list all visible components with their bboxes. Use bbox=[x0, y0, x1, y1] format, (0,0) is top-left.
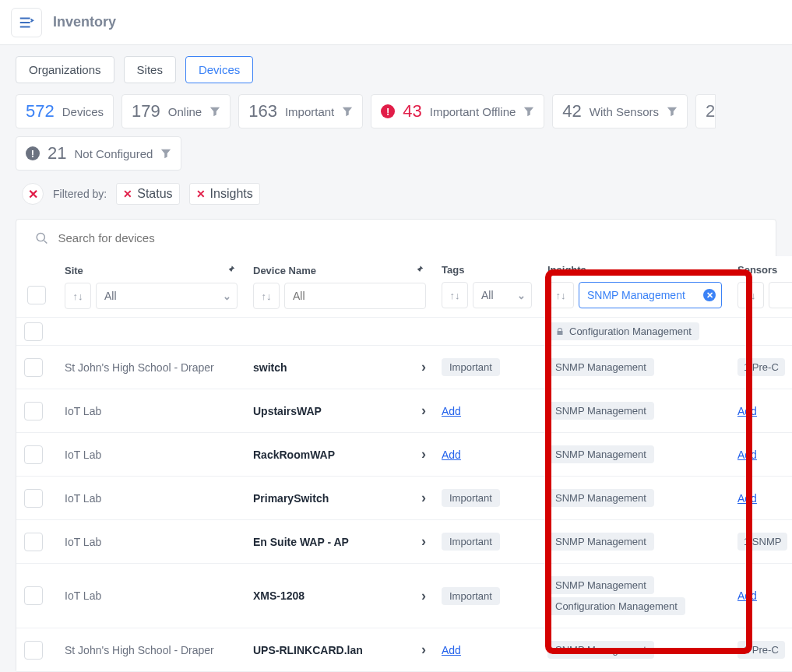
sort-site-button[interactable]: ↑↓ bbox=[65, 283, 91, 309]
chevron-right-icon[interactable]: › bbox=[421, 446, 426, 463]
tags-filter-select[interactable]: All bbox=[473, 282, 532, 308]
sensor-pill[interactable]: 1 SNMP bbox=[737, 533, 787, 551]
add-sensor-link[interactable]: Add bbox=[737, 589, 757, 602]
insight-pill[interactable]: Configuration Management bbox=[547, 322, 699, 340]
sensors-filter-select[interactable] bbox=[769, 282, 792, 308]
tab-devices[interactable]: Devices bbox=[185, 56, 253, 83]
stat-card-important[interactable]: 163 Important bbox=[238, 94, 363, 128]
row-checkbox[interactable] bbox=[24, 489, 43, 508]
tag-pill[interactable]: Important bbox=[442, 533, 500, 551]
stat-label: Devices bbox=[62, 105, 104, 118]
menu-icon bbox=[18, 14, 35, 31]
tab-organizations[interactable]: Organizations bbox=[16, 56, 114, 83]
search-icon bbox=[35, 231, 48, 245]
insight-pill[interactable]: SNMP Management bbox=[547, 576, 654, 594]
header: Inventory bbox=[0, 0, 792, 45]
row-checkbox[interactable] bbox=[24, 322, 43, 341]
site-filter-select[interactable]: All bbox=[96, 283, 238, 309]
insight-pill[interactable]: SNMP Management bbox=[547, 358, 654, 376]
add-tag-link[interactable]: Add bbox=[442, 449, 461, 461]
insight-pill[interactable]: SNMP Management bbox=[547, 445, 654, 463]
stat-card-with-sensors[interactable]: 42 With Sensors bbox=[552, 94, 688, 128]
device-name-label: UPS-RLINKCARD.lan bbox=[253, 644, 363, 656]
clear-all-filters-button[interactable]: ✕ bbox=[22, 183, 44, 205]
select-all-checkbox[interactable] bbox=[27, 286, 46, 304]
stat-card-not-configured[interactable]: ! 21 Not Configured bbox=[16, 136, 181, 171]
site-cell[interactable]: St John's High School - Draper bbox=[65, 644, 214, 656]
tag-pill[interactable]: Important bbox=[442, 587, 500, 605]
row-checkbox[interactable] bbox=[24, 402, 43, 420]
filter-icon bbox=[342, 106, 353, 117]
stat-label: Not Configured bbox=[74, 147, 153, 160]
insight-pill[interactable]: Configuration Management bbox=[547, 597, 685, 615]
chevron-right-icon[interactable]: › bbox=[421, 642, 426, 658]
menu-toggle-button[interactable] bbox=[11, 8, 42, 37]
device-cell[interactable]: PrimarySwitch› bbox=[253, 490, 426, 506]
column-header-sensors: Sensors bbox=[737, 264, 777, 276]
insight-label: SNMP Management bbox=[555, 449, 646, 460]
device-table: Site ↑↓ All ⌄ bbox=[16, 219, 776, 672]
tag-pill[interactable]: Important bbox=[442, 358, 500, 376]
site-cell[interactable]: IoT Lab bbox=[65, 536, 101, 548]
insight-label: SNMP Management bbox=[555, 492, 646, 504]
sort-sensors-button[interactable]: ↑↓ bbox=[737, 282, 764, 308]
device-cell[interactable]: UpstairsWAP› bbox=[253, 403, 426, 419]
row-checkbox[interactable] bbox=[24, 445, 43, 464]
filter-chip-status[interactable]: ✕ Status bbox=[116, 183, 179, 205]
th-insights: Insights ↑↓ ✕ bbox=[540, 256, 730, 318]
column-header-site: Site bbox=[65, 265, 83, 276]
device-cell[interactable]: En Suite WAP - AP› bbox=[253, 533, 426, 550]
stats-row-2: ! 21 Not Configured bbox=[0, 128, 792, 171]
table-row: IoT LabPrimarySwitch›ImportantSNMP Manag… bbox=[16, 477, 792, 520]
insight-pill[interactable]: SNMP Management bbox=[547, 533, 654, 551]
device-cell[interactable]: XMS-1208› bbox=[253, 588, 426, 604]
site-cell[interactable]: IoT Lab bbox=[65, 449, 101, 461]
site-cell[interactable]: St John's High School - Draper bbox=[65, 361, 214, 374]
filter-chip-insights[interactable]: ✕ Insights bbox=[189, 183, 260, 205]
insights-filter-select[interactable] bbox=[579, 282, 722, 308]
device-filter-input[interactable] bbox=[284, 283, 426, 309]
add-tag-link[interactable]: Add bbox=[442, 405, 461, 417]
chevron-right-icon[interactable]: › bbox=[421, 403, 426, 419]
pin-icon[interactable] bbox=[414, 264, 426, 276]
add-sensor-link[interactable]: Add bbox=[737, 449, 757, 461]
chevron-right-icon[interactable]: › bbox=[421, 588, 426, 604]
stat-card-overflow[interactable]: 2 bbox=[695, 94, 716, 128]
tag-pill[interactable]: Important bbox=[442, 489, 500, 507]
th-device: Device Name ↑↓ bbox=[245, 256, 434, 318]
row-checkbox[interactable] bbox=[24, 358, 43, 377]
chevron-right-icon[interactable]: › bbox=[421, 533, 426, 550]
search-input[interactable] bbox=[56, 230, 757, 245]
table: Site ↑↓ All ⌄ bbox=[16, 256, 792, 672]
add-tag-link[interactable]: Add bbox=[442, 644, 461, 656]
site-cell[interactable]: IoT Lab bbox=[65, 405, 101, 417]
sensor-pill[interactable]: 1 Pre-C bbox=[737, 358, 785, 376]
site-cell[interactable]: IoT Lab bbox=[65, 492, 101, 505]
stat-count: 163 bbox=[248, 101, 277, 121]
device-cell[interactable]: UPS-RLINKCARD.lan› bbox=[253, 642, 426, 658]
insight-pill[interactable]: SNMP Management bbox=[547, 641, 654, 659]
insight-pill[interactable]: SNMP Management bbox=[547, 489, 654, 507]
sensor-pill[interactable]: 1 Pre-C bbox=[737, 641, 785, 659]
device-name-label: PrimarySwitch bbox=[253, 492, 329, 505]
row-checkbox[interactable] bbox=[24, 641, 43, 660]
sort-tags-button[interactable]: ↑↓ bbox=[442, 282, 468, 308]
stat-card-online[interactable]: 179 Online bbox=[121, 94, 231, 128]
tab-sites[interactable]: Sites bbox=[124, 56, 176, 83]
stat-card-important-offline[interactable]: ! 43 Important Offline bbox=[371, 94, 544, 128]
sort-insights-button[interactable]: ↑↓ bbox=[547, 282, 574, 308]
site-cell[interactable]: IoT Lab bbox=[65, 589, 101, 602]
device-cell[interactable]: switch› bbox=[253, 359, 426, 375]
row-checkbox[interactable] bbox=[24, 533, 43, 551]
pin-icon[interactable] bbox=[225, 264, 238, 276]
sort-device-button[interactable]: ↑↓ bbox=[253, 283, 280, 309]
device-cell[interactable]: RackRoomWAP› bbox=[253, 446, 426, 463]
row-checkbox[interactable] bbox=[24, 586, 43, 605]
insight-pill[interactable]: SNMP Management bbox=[547, 402, 654, 420]
stat-card-devices[interactable]: 572 Devices bbox=[16, 94, 114, 128]
add-sensor-link[interactable]: Add bbox=[737, 492, 757, 505]
add-sensor-link[interactable]: Add bbox=[737, 405, 757, 417]
chevron-right-icon[interactable]: › bbox=[421, 359, 426, 375]
clear-insights-filter-button[interactable]: ✕ bbox=[703, 289, 716, 301]
chevron-right-icon[interactable]: › bbox=[421, 490, 426, 506]
